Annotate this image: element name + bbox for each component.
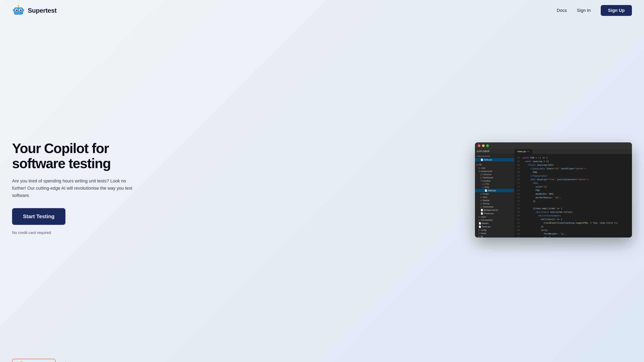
product-hunt-badge: ▲ FEATURED ON — [12, 359, 56, 362]
folder-dashboard[interactable]: ▷ Dashboard — [475, 176, 514, 179]
code-line-53: 53 FAQ — [514, 189, 632, 192]
folder-hooks[interactable]: ▷ hooks — [475, 232, 514, 235]
editor-body: EXPLORER OPEN EDITORS 📄 index.jsx ▷ FB ▷… — [475, 149, 632, 238]
no-credit-text: No credit card required — [12, 231, 137, 235]
code-line-61: 61 onClick={() => { — [514, 218, 632, 221]
open-file-index[interactable]: 📄 index.jsx — [475, 158, 514, 161]
tab-label: index.jsx — [518, 150, 526, 153]
code-line-56: 56 }} — [514, 200, 632, 203]
logo-icon — [12, 4, 25, 17]
hero-title: Your Copilot for software testing — [12, 141, 137, 171]
explorer-title: EXPLORER — [475, 149, 514, 154]
hero-content: Your Copilot for software testing Are yo… — [12, 141, 137, 235]
folder-navbar[interactable]: ▷ Navbar — [475, 199, 514, 202]
svg-rect-14 — [13, 9, 14, 11]
code-line-52: 52 size="lg" — [514, 185, 632, 189]
code-line-46: 46 <Stack spacing={28}> — [514, 163, 632, 167]
maximize-button-dot — [486, 144, 489, 147]
svg-rect-8 — [16, 12, 17, 13]
code-line-64: 64 sx={{ — [514, 228, 632, 232]
code-line-57: 57 — [514, 203, 632, 207]
code-line-47: 47 <Typography level="h2" textAlign="cen… — [514, 167, 632, 171]
code-editor-main: index.jsx ✕ 44 const FAQ = () => { 45 co… — [514, 149, 632, 238]
file-terms[interactable]: 📄 Terms.jsx — [475, 225, 514, 228]
svg-rect-11 — [20, 12, 20, 13]
folder-next[interactable]: ▷ .next — [475, 166, 514, 170]
code-line-59: 59 <Accordion key={item.title}> — [514, 210, 632, 214]
code-line-44: 44 const FAQ = () => { — [514, 156, 632, 160]
svg-point-13 — [18, 5, 19, 6]
folder-common[interactable]: ▷ Common — [475, 173, 514, 176]
open-editors-section: OPEN EDITORS 📄 index.jsx — [475, 154, 514, 162]
editor-titlebar — [475, 142, 632, 149]
file-babelrc[interactable]: 📄 babelrc — [475, 222, 514, 225]
file-index-jsx[interactable]: 📄 index.jsx — [475, 189, 514, 192]
hero-section: Your Copilot for software testing Are yo… — [0, 21, 644, 359]
folder-components[interactable]: ▽ components — [475, 170, 514, 173]
hero-subtitle: Are you tired of spending hours writing … — [12, 177, 137, 199]
code-line-63: 63 }} — [514, 225, 632, 228]
svg-point-5 — [17, 10, 17, 10]
code-line-65: 65 fontWeight: 'lg', — [514, 232, 632, 236]
tab-index-jsx[interactable]: index.jsx ✕ — [514, 149, 532, 154]
hero-title-line1: Your Copilot for — [12, 141, 109, 156]
folder-pricing[interactable]: ▷ Pricing — [475, 202, 514, 205]
file-tree: ▷ FB ▷ .next ▽ components ▷ Common ▷ Das… — [475, 162, 514, 238]
folder-fb[interactable]: ▷ FB — [475, 163, 514, 166]
svg-point-6 — [21, 10, 21, 10]
code-line-55: 55 borderRadius: 'md', — [514, 196, 632, 200]
svg-rect-10 — [18, 12, 19, 13]
signin-button[interactable]: Sign In — [577, 8, 591, 13]
code-line-58: 58 {items.map((item) => { — [514, 207, 632, 210]
svg-rect-9 — [18, 12, 18, 13]
svg-rect-15 — [23, 9, 24, 11]
hero-title-line2: software testing — [12, 156, 110, 171]
brand-name: Supertest — [28, 7, 56, 14]
signup-button[interactable]: Sign Up — [601, 5, 632, 16]
file-background[interactable]: 📄 Background.jsx — [475, 208, 514, 212]
code-line-62: 62 trackEvent(eventLanding.toggleFAQ, { … — [514, 221, 632, 225]
navbar: Supertest Docs Sign In Sign Up — [0, 0, 644, 21]
folder-footer[interactable]: ▷ Footer — [475, 192, 514, 195]
code-line-51: 51 <Box — [514, 181, 632, 185]
open-editors-label: OPEN EDITORS — [475, 154, 514, 158]
code-editor: EXPLORER OPEN EDITORS 📄 index.jsx ▷ FB ▷… — [475, 142, 632, 238]
code-line-49: 49 </Typography> — [514, 174, 632, 178]
azure-icon — [62, 361, 72, 362]
logo-container: Supertest — [12, 4, 56, 17]
code-line-48: 48 FAQ — [514, 171, 632, 174]
folder-landing[interactable]: ▽ Landing — [475, 179, 514, 182]
folder-hero[interactable]: ▷ Hero — [475, 195, 514, 199]
code-line-54: 54 maxWidth: 800, — [514, 192, 632, 196]
folder-login[interactable]: ▷ Login — [475, 215, 514, 218]
code-line-45: 45 const spacing = [{ — [514, 160, 632, 163]
folder-testimonial[interactable]: ▷ Testimonial — [475, 205, 514, 208]
folder-lib[interactable]: ▷ lib — [475, 235, 514, 238]
docs-link[interactable]: Docs — [557, 8, 567, 13]
file-explorer: EXPLORER OPEN EDITORS 📄 index.jsx ▷ FB ▷… — [475, 149, 514, 238]
folder-faq[interactable]: ▽ FAQ — [475, 186, 514, 189]
code-line-50: 50 <Box display="flex" justifyContent="c… — [514, 178, 632, 181]
editor-tabs: index.jsx ✕ — [514, 149, 632, 154]
tab-close-icon[interactable]: ✕ — [527, 150, 529, 152]
file-privacy[interactable]: 📄 Privacy.jsx — [475, 212, 514, 215]
start-testing-button[interactable]: Start Testing — [12, 208, 66, 225]
code-content: 44 const FAQ = () => { 45 const spacing … — [514, 154, 632, 238]
close-button-dot — [478, 144, 480, 147]
azure-logo — [62, 361, 72, 362]
folder-vscodeauth[interactable]: ▷ VsCodeAuth — [475, 218, 514, 222]
featured-bar: ▲ FEATURED ON — [0, 359, 644, 362]
nav-links: Docs Sign In Sign Up — [557, 5, 632, 16]
folder-cta[interactable]: ▷ CTA — [475, 182, 514, 186]
minimize-button-dot — [482, 144, 484, 147]
code-line-66: 66 py: 2, — [514, 236, 632, 238]
folder-config[interactable]: ▷ config — [475, 228, 514, 232]
code-line-60: 60 <AccordionSummary — [514, 214, 632, 218]
